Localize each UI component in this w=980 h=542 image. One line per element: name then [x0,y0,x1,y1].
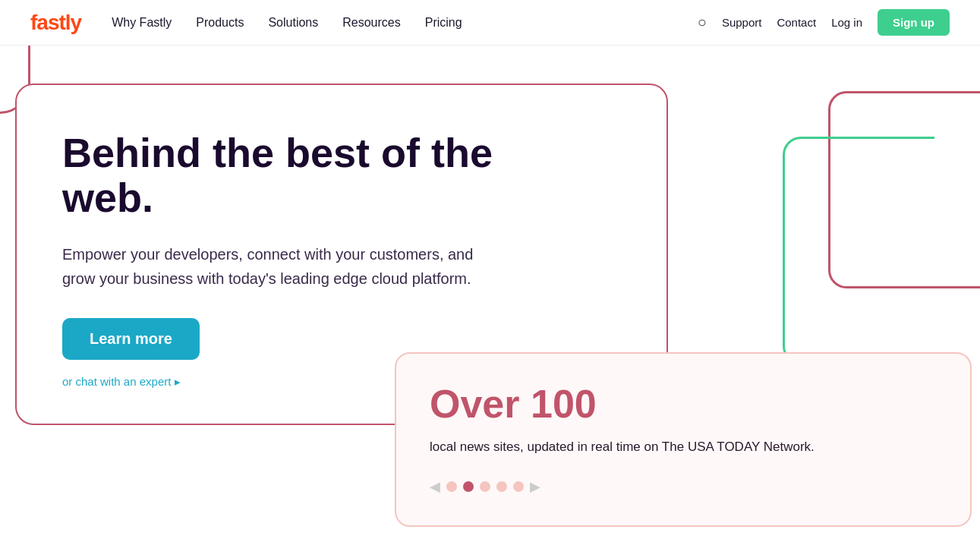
nav-support[interactable]: Support [722,16,762,29]
carousel-prev[interactable]: ◀ [430,478,440,495]
nav-resources[interactable]: Resources [342,16,400,29]
nav-solutions[interactable]: Solutions [268,16,318,29]
carousel-dot-1[interactable] [446,481,457,492]
carousel-dot-2[interactable] [463,481,474,492]
nav-why-fastly[interactable]: Why Fastly [112,16,172,29]
navbar: fastly Why Fastly Products Solutions Res… [0,0,980,46]
stat-description: local news sites, updated in real time o… [430,437,870,457]
carousel-dot-4[interactable] [496,481,507,492]
logo[interactable]: fastly [30,11,81,35]
carousel-dot-3[interactable] [480,481,490,492]
stats-card: Over 100 local news sites, updated in re… [395,352,972,527]
carousel-dot-5[interactable] [513,481,524,492]
hero-heading: Behind the best of the web. [62,131,518,221]
hero-subtext: Empower your developers, connect with yo… [62,242,487,291]
carousel-dots: ◀ ▶ [430,478,937,495]
search-icon[interactable]: ○ [698,14,707,31]
carousel-next[interactable]: ▶ [530,478,540,495]
main-area: Behind the best of the web. Empower your… [0,46,980,542]
nav-links: Why Fastly Products Solutions Resources … [112,16,462,30]
stat-number: Over 100 [430,381,937,427]
signup-button[interactable]: Sign up [878,9,950,36]
nav-contact[interactable]: Contact [777,16,816,29]
deco-teal-rect [783,137,934,364]
nav-right: ○ Support Contact Log in Sign up [698,9,950,36]
nav-login[interactable]: Log in [831,16,862,29]
learn-more-button[interactable]: Learn more [62,318,200,360]
nav-products[interactable]: Products [196,16,244,29]
nav-pricing[interactable]: Pricing [425,16,462,29]
